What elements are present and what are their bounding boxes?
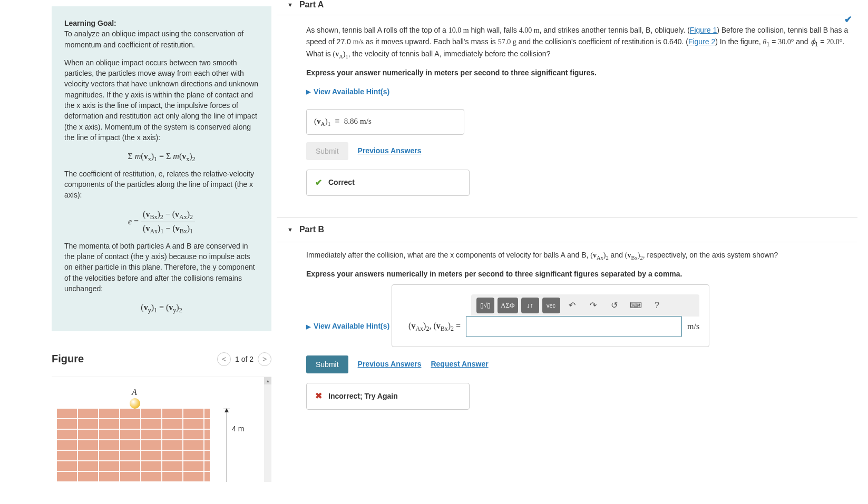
part-a-express: Express your answer numerically in meter… [306, 67, 852, 79]
tool-redo-button[interactable]: ↷ [584, 298, 602, 313]
learning-p2: The coefficient of restitution, e, relat… [64, 169, 259, 201]
part-a-answer-value: 8.86 [344, 117, 358, 125]
tool-templates-button[interactable]: ▯√▯ [476, 298, 494, 313]
part-b-express: Express your answers numerically in mete… [306, 269, 852, 280]
left-panel: Learning Goal: To analyze an oblique imp… [0, 0, 271, 504]
caret-down-icon: ▼ [287, 226, 293, 233]
caret-down-icon: ▼ [287, 2, 293, 8]
part-a-previous-answers-link[interactable]: Previous Answers [358, 145, 422, 157]
part-b-previous-answers-link[interactable]: Previous Answers [358, 359, 422, 370]
part-b-body: Immediately after the collision, what ar… [277, 246, 857, 426]
equation-momentum: Σ m(vx)1 = Σ m(vx)2 [64, 150, 259, 164]
tool-help-button[interactable]: ? [648, 298, 666, 313]
scroll-up-icon[interactable]: ▴ [264, 377, 271, 384]
figure-pager: < 1 of 2 > [217, 352, 271, 366]
figure-page-label: 1 of 2 [235, 355, 253, 363]
figure-2-link[interactable]: Figure 2 [688, 37, 715, 46]
figure-title: Figure [52, 353, 84, 365]
part-b-header[interactable]: ▼ Part B [277, 217, 857, 242]
figure-prev-button[interactable]: < [217, 352, 231, 366]
right-panel: ▼ Part A ✔ As shown, tennis ball A rolls… [271, 0, 868, 504]
part-a-body: As shown, tennis ball A rolls off the to… [277, 22, 857, 212]
part-a-answer-box: (vA)1 = 8.86 m/s [306, 109, 464, 134]
part-b-unit: m/s [687, 320, 699, 333]
tool-reset-button[interactable]: ↺ [606, 298, 623, 313]
dimension-line: 4 m [223, 409, 239, 482]
tool-greek-button[interactable]: ΑΣΦ [498, 298, 518, 313]
part-a-answer-unit: m/s [360, 117, 372, 125]
tool-subscript-button[interactable]: ↓↑ [521, 298, 539, 313]
part-b-input-label: (vAx)2, (vBx)2 = [397, 320, 461, 334]
part-a-question: As shown, tennis ball A rolls off the to… [306, 25, 852, 61]
figure-1-link[interactable]: Figure 1 [690, 26, 717, 34]
part-a-header[interactable]: ▼ Part A ✔ [277, 0, 857, 15]
figure-next-button[interactable]: > [258, 352, 271, 366]
part-a-feedback: ✔ Correct [306, 170, 470, 196]
tool-keyboard-button[interactable]: ⌨ [627, 298, 645, 313]
equation-vy: (vy)1 = (vy)2 [64, 301, 259, 315]
caret-right-icon: ▶ [306, 87, 310, 96]
part-b-feedback: ✖ Incorrect; Try Again [306, 383, 470, 410]
part-b-title: Part B [299, 225, 324, 234]
part-a-submit-button: Submit [306, 142, 348, 160]
equation-restitution: e = (vBx)2 − (vAx)2 (vAx)1 − (vBx)1 [64, 208, 259, 236]
part-b-request-answer-link[interactable]: Request Answer [431, 359, 488, 370]
learning-goal-title: Learning Goal: [64, 19, 116, 27]
part-b-question: Immediately after the collision, what ar… [306, 250, 852, 262]
check-icon: ✔ [315, 176, 322, 190]
part-b-submit-button[interactable]: Submit [306, 355, 348, 373]
tool-undo-button[interactable]: ↶ [563, 298, 581, 313]
check-icon: ✔ [844, 14, 852, 25]
figure-scrollbar[interactable]: ▴ [264, 377, 271, 482]
part-b-hints-toggle[interactable]: ▶ View Available Hint(s) [306, 321, 389, 332]
learning-p3: The momenta of both particles A and B ar… [64, 241, 259, 294]
learning-goal-box: Learning Goal: To analyze an oblique imp… [52, 6, 271, 331]
part-b-answer-input[interactable] [466, 316, 682, 337]
part-a-hints-toggle[interactable]: ▶ View Available Hint(s) [306, 86, 389, 98]
ball-a-icon [130, 398, 140, 409]
ball-a-label: A [132, 388, 137, 397]
x-icon: ✖ [315, 390, 322, 403]
equation-toolbar: ▯√▯ ΑΣΦ ↓↑ vec ↶ ↷ ↺ ⌨ ? [471, 294, 699, 317]
figure-section: Figure < 1 of 2 > A 4 m ▴ [52, 352, 271, 482]
learning-p1: When an oblique impact occurs between tw… [64, 57, 259, 143]
figure-canvas: A 4 m ▴ [52, 377, 271, 482]
brick-wall [57, 409, 210, 482]
caret-right-icon: ▶ [306, 322, 310, 331]
part-a-title: Part A [299, 0, 324, 9]
dimension-label: 4 m [232, 424, 244, 433]
tool-vec-button[interactable]: vec [542, 298, 560, 313]
learning-goal-text: To analyze an oblique impact using the c… [64, 29, 243, 48]
